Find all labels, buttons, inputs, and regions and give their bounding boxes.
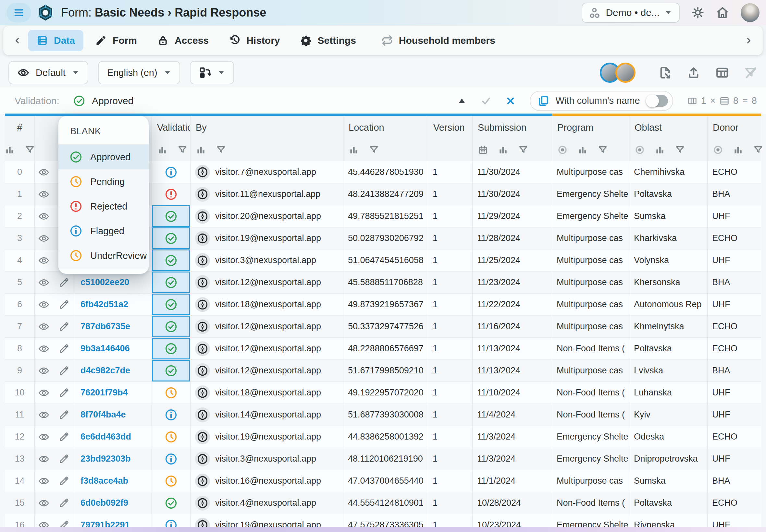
home-icon[interactable] (716, 6, 729, 19)
radio-icon[interactable] (713, 145, 723, 155)
view-submission-icon[interactable] (38, 431, 49, 442)
filter-icon[interactable] (675, 145, 685, 155)
validation-status-cell[interactable] (152, 382, 190, 404)
view-submission-icon[interactable] (38, 211, 49, 222)
collapse-up-icon[interactable] (458, 97, 466, 104)
tabs-scroll-left-button[interactable] (10, 33, 25, 48)
calendar-icon[interactable] (478, 145, 488, 155)
validation-status-cell[interactable] (152, 448, 190, 470)
submission-id-link[interactable]: 76201f79b4 (80, 388, 128, 398)
column-header-location[interactable]: Location (343, 116, 428, 161)
validation-status-cell[interactable] (152, 316, 190, 338)
tab-data[interactable]: Data (28, 30, 83, 51)
validation-status-cell[interactable] (152, 338, 190, 360)
user-avatar[interactable] (741, 3, 760, 22)
layout-selector-button[interactable] (190, 61, 234, 84)
validation-status-cell[interactable] (152, 404, 190, 426)
dropdown-option-approved[interactable]: Approved (58, 145, 149, 169)
view-submission-icon[interactable] (38, 255, 49, 266)
column-header-version[interactable]: Version (428, 116, 473, 161)
edit-submission-icon[interactable] (58, 431, 69, 442)
submission-id-link[interactable]: 8f70f4ba4e (80, 410, 126, 420)
submission-id-link[interactable]: c51002ee20 (80, 277, 129, 287)
tab-form[interactable]: Form (87, 30, 145, 51)
view-submission-icon[interactable] (38, 409, 49, 420)
validation-status-cell[interactable] (152, 227, 190, 249)
dropdown-option-pending[interactable]: Pending (58, 169, 149, 194)
edit-submission-icon[interactable] (58, 498, 69, 509)
tab-household-members[interactable]: Household members (373, 30, 504, 51)
view-submission-icon[interactable] (38, 277, 49, 288)
view-submission-icon[interactable] (38, 233, 49, 244)
chart-icon[interactable] (578, 145, 588, 155)
dropdown-option-blank[interactable]: BLANK (58, 116, 149, 144)
view-submission-icon[interactable] (38, 498, 49, 509)
validation-status-cell[interactable] (152, 161, 190, 183)
edit-submission-icon[interactable] (58, 387, 69, 398)
column-header-by[interactable]: By (190, 116, 343, 161)
chart-icon[interactable] (5, 145, 15, 155)
with-column-name-toggle[interactable]: With column's name (530, 91, 673, 111)
view-submission-icon[interactable] (38, 167, 49, 178)
column-header-oblast[interactable]: Oblast (629, 116, 708, 161)
view-submission-icon[interactable] (38, 299, 49, 310)
radio-icon[interactable] (635, 145, 645, 155)
export-file-icon[interactable] (658, 66, 672, 79)
view-submission-icon[interactable] (38, 189, 49, 200)
edit-submission-icon[interactable] (58, 476, 69, 487)
validation-status-cell[interactable] (152, 249, 190, 272)
submission-id-link[interactable]: 6fb42d51a2 (80, 299, 128, 309)
validation-status-cell[interactable] (152, 360, 190, 382)
validation-status-cell[interactable] (152, 492, 190, 514)
filter-icon[interactable] (518, 145, 529, 155)
edit-submission-icon[interactable] (58, 453, 69, 465)
view-submission-icon[interactable] (38, 343, 49, 354)
chart-icon[interactable] (655, 145, 665, 155)
view-submission-icon[interactable] (38, 387, 49, 398)
validation-status-cell[interactable] (152, 205, 190, 227)
column-header-program[interactable]: Program (552, 116, 629, 161)
submission-id-link[interactable]: 9b3a146406 (80, 344, 130, 354)
submission-id-link[interactable]: d4c982c7de (80, 366, 130, 376)
chart-icon[interactable] (498, 145, 508, 155)
filter-icon[interactable] (598, 145, 608, 155)
filter-off-icon[interactable] (744, 66, 758, 79)
edit-submission-icon[interactable] (58, 277, 69, 288)
view-submission-icon[interactable] (38, 476, 49, 487)
radio-icon[interactable] (557, 145, 568, 155)
column-header-validation[interactable]: Validation (152, 116, 190, 161)
validation-status-cell[interactable] (152, 183, 190, 205)
tabs-scroll-right-button[interactable] (741, 33, 756, 48)
view-submission-icon[interactable] (38, 365, 49, 376)
filter-icon[interactable] (177, 145, 188, 155)
chart-icon[interactable] (733, 145, 743, 155)
menu-button[interactable] (6, 3, 31, 22)
edit-submission-icon[interactable] (58, 409, 69, 420)
filter-icon[interactable] (216, 145, 226, 155)
view-submission-icon[interactable] (38, 453, 49, 465)
view-submission-icon[interactable] (38, 321, 49, 332)
edit-submission-icon[interactable] (58, 321, 69, 332)
upload-icon[interactable] (687, 66, 700, 79)
dropdown-option-flagged[interactable]: Flagged (58, 219, 149, 243)
dropdown-option-rejected[interactable]: Rejected (58, 194, 149, 219)
org-switcher-button[interactable]: Demo • de... (582, 3, 680, 23)
column-header-n[interactable]: # (5, 116, 35, 161)
validation-status-cell[interactable] (152, 272, 190, 294)
column-header-submission[interactable]: Submission (473, 116, 552, 161)
submission-id-link[interactable]: f3d8ace4ab (80, 476, 128, 486)
submission-id-link[interactable]: 6d0eb092f9 (80, 498, 128, 508)
chart-icon[interactable] (157, 145, 167, 155)
submission-id-link[interactable]: 23bd92303b (80, 454, 131, 464)
chart-icon[interactable] (196, 145, 206, 155)
edit-submission-icon[interactable] (58, 365, 69, 376)
online-user-avatar[interactable] (615, 63, 636, 83)
tab-access[interactable]: Access (149, 30, 217, 51)
apply-check-icon[interactable] (480, 96, 492, 106)
clear-filter-icon[interactable] (506, 96, 516, 106)
edit-submission-icon[interactable] (58, 343, 69, 354)
toggle-switch[interactable] (647, 95, 668, 107)
filter-icon[interactable] (369, 145, 379, 155)
column-header-donor[interactable]: Donor (708, 116, 761, 161)
edit-submission-icon[interactable] (58, 299, 69, 310)
